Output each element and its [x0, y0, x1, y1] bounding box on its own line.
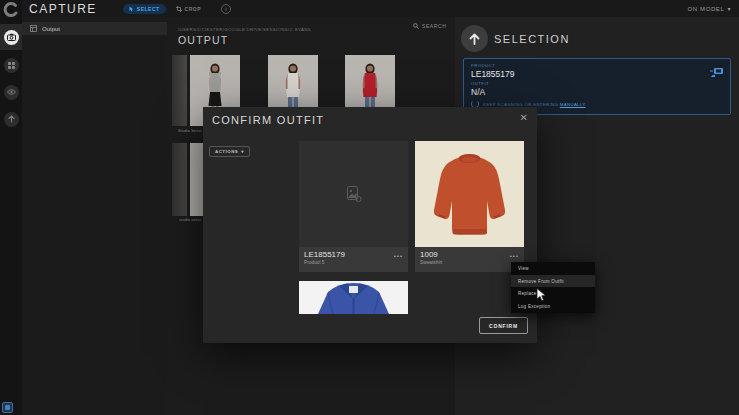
outfit-label: OUTFIT [471, 81, 723, 86]
rail-capture-button[interactable] [0, 24, 22, 50]
selection-title: SELECTION [494, 33, 570, 45]
mouse-cursor-icon [536, 288, 547, 306]
camera-icon [4, 30, 19, 45]
sweatshirt-image [415, 141, 524, 247]
crop-tool-button[interactable]: CROP [170, 4, 207, 14]
page-title: OUTPUT [178, 34, 228, 46]
search-icon [413, 23, 419, 29]
info-icon[interactable]: i [221, 4, 231, 14]
card-footer: LE1855179 Product 5 ••• [299, 247, 408, 272]
crop-icon [176, 6, 182, 12]
actions-button[interactable]: ACTIONS ▾ [209, 146, 250, 157]
outfit-card-product[interactable]: LE1855179 Product 5 ••• [299, 141, 408, 272]
broken-image-icon [345, 185, 363, 203]
outfit-card-sweatshirt[interactable]: 1009 Sweatshirt ••• [415, 141, 524, 272]
close-icon[interactable]: ✕ [520, 112, 528, 123]
arrow-up-icon [4, 112, 19, 127]
scan-hint: KEEP SCANNING OR ENTERING MANUALLY [483, 102, 586, 107]
modal-title: CONFIRM OUTFIT [212, 114, 324, 126]
cursor-arrow-icon [129, 6, 134, 12]
more-options-icon[interactable]: ••• [394, 253, 403, 259]
tree-item-output[interactable]: Output [22, 22, 167, 35]
product-value: LE1855179 [471, 69, 723, 79]
partial-thumbnail[interactable] [172, 143, 187, 216]
search-button[interactable]: SEARCH [413, 23, 446, 29]
enter-manually-link[interactable]: MANUALLY [560, 102, 586, 107]
chevron-down-icon: ▾ [241, 149, 244, 154]
file-panel: Output [22, 17, 167, 415]
card-subtitle: Sweatshirt [420, 260, 519, 265]
barcode-scanner-icon [709, 64, 724, 82]
rail-qa-button[interactable] [0, 79, 22, 105]
app-logo [2, 1, 20, 23]
breadcrumb: /USERS/DTJESTER/GOOGLE DRIVE/SESSIONS/J.… [178, 27, 311, 32]
top-bar: CAPTURE SELECT CROP i ON MODEL ▾ [22, 0, 739, 17]
product-label: PRODUCT [471, 63, 723, 68]
outfit-card-denim-partial[interactable] [299, 281, 408, 314]
card-title: 1009 [420, 250, 519, 259]
missing-image-placeholder [299, 141, 408, 247]
partial-thumbnail[interactable] [172, 55, 187, 126]
menu-item-remove-from-outfit[interactable]: Remove From Outfit [511, 275, 595, 288]
card-title: LE1855179 [304, 250, 403, 259]
selection-arrow-up-icon [461, 25, 488, 52]
chevron-down-icon: ▾ [727, 5, 731, 12]
eye-icon [4, 85, 19, 100]
context-menu: View Remove From Outfit Replace Log Exce… [511, 262, 595, 313]
menu-item-replace[interactable]: Replace [511, 287, 595, 300]
app-window: CAPTURE SELECT CROP i ON MODEL ▾ Output … [0, 0, 739, 415]
mode-dropdown[interactable]: ON MODEL ▾ [688, 5, 731, 12]
user-badge-icon[interactable] [2, 402, 13, 413]
left-rail [0, 0, 22, 415]
app-title: CAPTURE [29, 2, 97, 16]
thumbnail-caption: Studio Sessi [178, 128, 203, 133]
confirm-button[interactable]: CONFIRM [479, 317, 528, 334]
menu-item-view[interactable]: View [511, 262, 595, 275]
menu-item-log-exception[interactable]: Log Exception [511, 300, 595, 313]
select-tool-button[interactable]: SELECT [123, 4, 166, 14]
card-subtitle: Product 5 [304, 260, 403, 265]
grid-icon [4, 58, 19, 73]
rail-review-button[interactable] [0, 52, 22, 78]
rail-upload-button[interactable] [0, 106, 22, 132]
card-footer: 1009 Sweatshirt ••• [415, 247, 524, 272]
more-options-icon[interactable]: ••• [510, 253, 519, 259]
outfit-value: N/A [471, 87, 723, 97]
confirm-outfit-modal: CONFIRM OUTFIT ✕ ACTIONS ▾ LE1855179 Pro… [203, 107, 537, 343]
thumbnail-caption: studio sessi [179, 217, 204, 222]
folder-icon [30, 25, 37, 32]
